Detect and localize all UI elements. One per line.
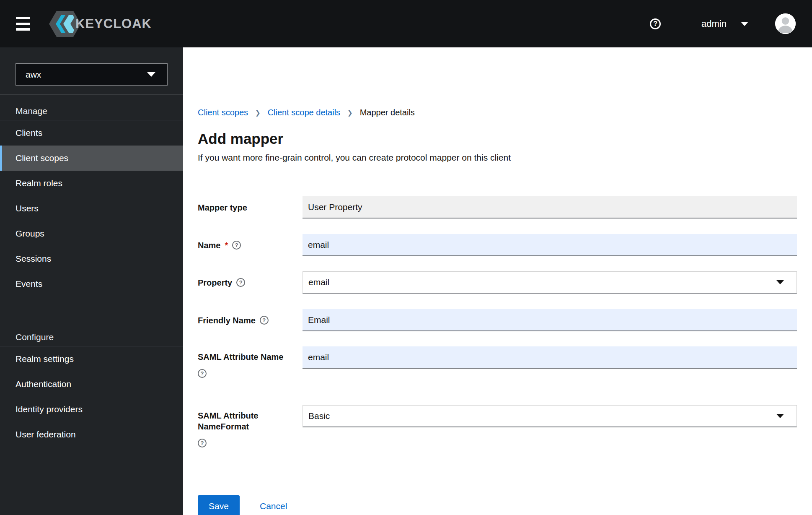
sidebar-item-users[interactable]: Users	[0, 196, 183, 221]
sidebar-item-client-scopes[interactable]: Client scopes	[0, 146, 183, 171]
sidebar-nav: Manage Clients Client scopes Realm roles…	[0, 94, 183, 447]
page-title: Add mapper	[198, 130, 283, 147]
form-row-friendly-name: Friendly Name Email	[198, 309, 797, 331]
save-button[interactable]: Save	[198, 495, 240, 515]
username: admin	[701, 18, 727, 29]
sidebar-item-identity-providers[interactable]: Identity providers	[0, 397, 183, 422]
saml-attribute-name-label: SAML Attribute Name	[198, 351, 303, 378]
nav-group-configure: Configure	[0, 297, 183, 346]
chevron-right-icon	[347, 109, 353, 117]
sidebar-item-user-federation[interactable]: User federation	[0, 422, 183, 447]
sidebar-item-groups[interactable]: Groups	[0, 221, 183, 246]
main-content: Client scopes Client scope details Mappe…	[183, 47, 812, 515]
realm-name: awx	[16, 70, 41, 80]
chevron-down-icon	[776, 414, 784, 418]
user-menu[interactable]: admin	[701, 18, 748, 29]
chevron-right-icon	[255, 109, 261, 117]
name-label: Name *	[198, 240, 303, 251]
breadcrumb-client-scope-details[interactable]: Client scope details	[268, 108, 340, 117]
name-input[interactable]: email	[303, 234, 797, 256]
property-select[interactable]: email	[303, 271, 797, 294]
name-value: email	[308, 240, 329, 250]
top-bar: KEYCLOAK ? admin	[0, 0, 812, 47]
saml-attribute-name-input[interactable]: email	[303, 346, 797, 369]
form-actions: Save Cancel	[198, 495, 797, 515]
form-row-saml-attribute-nameformat: SAML Attribute NameFormat Basic	[198, 405, 797, 447]
sidebar-item-sessions[interactable]: Sessions	[0, 246, 183, 271]
page-subtitle: If you want more fine-grain control, you…	[198, 153, 511, 163]
keycloak-logo: KEYCLOAK	[49, 10, 152, 38]
chevron-down-icon	[147, 72, 155, 77]
sidebar-item-events[interactable]: Events	[0, 271, 183, 297]
property-label: Property	[198, 277, 303, 288]
sidebar-item-realm-roles[interactable]: Realm roles	[0, 171, 183, 196]
mapper-type-value: User Property	[308, 202, 362, 212]
sidebar-item-authentication[interactable]: Authentication	[0, 372, 183, 397]
sidebar: awx Manage Clients Client scopes Realm r…	[0, 47, 183, 515]
sidebar-item-realm-settings[interactable]: Realm settings	[0, 346, 183, 372]
question-circle-icon[interactable]	[236, 278, 245, 287]
question-circle-icon[interactable]	[198, 369, 207, 378]
brand-text: KEYCLOAK	[75, 16, 152, 31]
mapper-type-label: Mapper type	[198, 202, 303, 213]
cancel-link[interactable]: Cancel	[260, 501, 287, 511]
realm-selector[interactable]: awx	[16, 63, 168, 86]
breadcrumb-mapper-details: Mapper details	[360, 108, 415, 117]
hamburger-menu-icon[interactable]	[16, 17, 30, 31]
form-row-saml-attribute-name: SAML Attribute Name email	[198, 346, 797, 378]
saml-attribute-nameformat-select[interactable]: Basic	[303, 405, 797, 427]
required-asterisk: *	[225, 240, 228, 251]
saml-attribute-name-value: email	[308, 352, 329, 362]
add-mapper-form: Mapper type User Property Name * email	[198, 196, 797, 515]
friendly-name-value: Email	[308, 315, 330, 325]
saml-attribute-nameformat-label: SAML Attribute NameFormat	[198, 410, 303, 447]
divider	[183, 181, 812, 181]
form-row-property: Property email	[198, 271, 797, 294]
keycloak-admin-console: KEYCLOAK ? admin awx	[0, 0, 812, 515]
form-row-name: Name * email	[198, 234, 797, 256]
avatar[interactable]	[775, 13, 796, 34]
form-row-mapper-type: Mapper type User Property	[198, 196, 797, 218]
saml-attribute-nameformat-value: Basic	[308, 411, 330, 421]
chevron-down-icon	[776, 280, 784, 284]
breadcrumb: Client scopes Client scope details Mappe…	[198, 108, 415, 117]
topbar-right-group: ? admin	[650, 13, 812, 34]
friendly-name-label: Friendly Name	[198, 315, 303, 326]
question-circle-icon[interactable]	[198, 439, 207, 447]
mapper-type-field: User Property	[303, 196, 797, 218]
property-value: email	[308, 277, 329, 287]
help-icon[interactable]: ?	[650, 18, 661, 29]
nav-group-manage: Manage	[0, 95, 183, 120]
breadcrumb-client-scopes[interactable]: Client scopes	[198, 108, 248, 117]
sidebar-item-clients[interactable]: Clients	[0, 120, 183, 146]
question-circle-icon[interactable]	[260, 316, 269, 325]
chevron-down-icon	[741, 22, 748, 26]
question-circle-icon[interactable]	[232, 241, 241, 250]
friendly-name-input[interactable]: Email	[303, 309, 797, 331]
